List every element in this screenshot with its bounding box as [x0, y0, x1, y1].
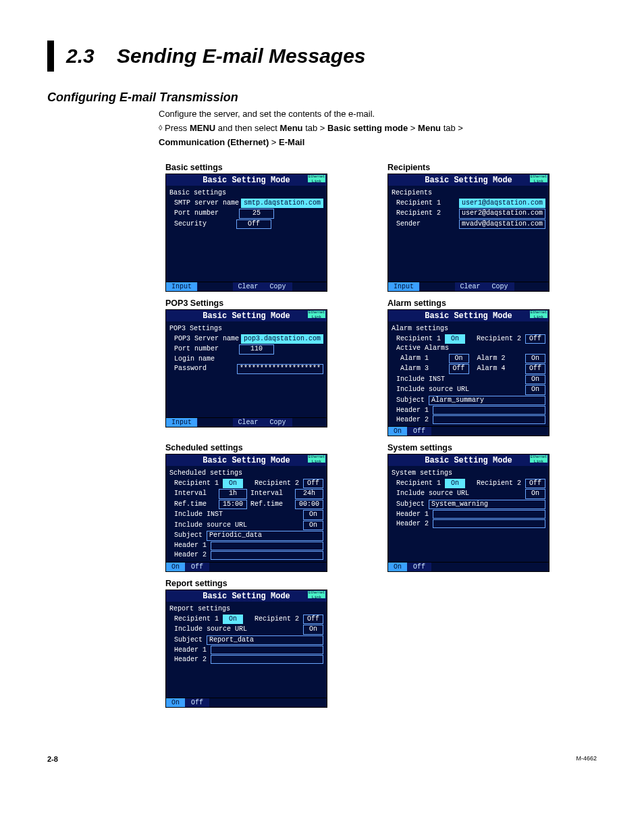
off-button[interactable]: Off	[186, 698, 209, 707]
field-label: Include source URL	[174, 625, 247, 634]
sched-include-inst-toggle[interactable]: On	[303, 510, 323, 520]
window-title: Basic Setting Mode	[203, 311, 290, 321]
panel-label-recipients: Recipients	[387, 163, 597, 172]
field-label: Ref.time	[250, 500, 283, 509]
field-label: Recipient 2	[477, 479, 521, 488]
report-header1-field[interactable]	[211, 646, 323, 654]
alarm-header1-field[interactable]	[433, 406, 545, 415]
field-label: Port number	[174, 345, 219, 354]
field-label: Header 1	[174, 542, 207, 550]
reftime1-field[interactable]: 15:00	[219, 500, 247, 510]
subheading: Configuring E-mail Transmission	[47, 90, 597, 105]
recipient2-field[interactable]: user2@daqstation.com	[459, 209, 545, 219]
clear-button[interactable]: Clear	[455, 282, 487, 291]
page-title: 2.3 Sending E-mail Messages	[66, 41, 366, 72]
interval2-field[interactable]: 24h	[295, 489, 323, 499]
nav-instruction-2: Communication (Ethernet) > E-Mail	[159, 136, 597, 150]
copy-button[interactable]: Copy	[487, 282, 514, 291]
nav-bsm: Basic setting mode	[327, 123, 408, 133]
field-label: Header 1	[396, 511, 429, 519]
clear-button[interactable]: Clear	[233, 282, 265, 291]
button-bar: Input Clear Copy	[166, 417, 327, 427]
button-bar: On Off	[166, 698, 327, 707]
include-url-toggle[interactable]: On	[525, 385, 545, 395]
port-field[interactable]: 25	[239, 209, 274, 219]
window-title: Basic Setting Mode	[425, 311, 512, 321]
sched-r1-toggle[interactable]: On	[223, 479, 243, 489]
recipient1-field[interactable]: user1@daqstation.com	[459, 199, 545, 209]
diamond-bullet-icon: ◊	[159, 122, 162, 134]
field-label: Subject	[396, 500, 425, 509]
system-include-url-toggle[interactable]: On	[525, 489, 545, 499]
screenshot-alarm: Basic Setting Mode Link Alarm settings R…	[387, 309, 549, 436]
include-inst-toggle[interactable]: On	[525, 375, 545, 385]
off-button[interactable]: Off	[186, 563, 209, 571]
window-titlebar: Basic Setting Mode Link	[166, 590, 327, 602]
window-title: Basic Setting Mode	[203, 176, 290, 185]
alarm-r1-toggle[interactable]: On	[445, 334, 465, 344]
copy-button[interactable]: Copy	[265, 418, 292, 427]
sched-r2-toggle[interactable]: Off	[303, 479, 323, 489]
input-button[interactable]: Input	[166, 282, 198, 291]
field-label: Interval	[250, 490, 283, 498]
alarm3-toggle[interactable]: Off	[449, 364, 469, 374]
nav-email: E-Mail	[279, 137, 304, 147]
section-header: 2.3 Sending E-mail Messages	[47, 41, 597, 72]
sched-header2-field[interactable]	[211, 551, 323, 560]
field-label: Header 1	[396, 407, 429, 415]
interval1-field[interactable]: 1h	[219, 489, 247, 499]
on-button[interactable]: On	[166, 563, 186, 571]
sched-header1-field[interactable]	[211, 542, 323, 550]
pop3-port-field[interactable]: 110	[239, 344, 274, 355]
system-subject-field[interactable]: System_warning	[429, 500, 545, 510]
nav-menu-tab: Menu	[280, 123, 303, 133]
field-label: Alarm 2	[477, 355, 506, 363]
report-header2-field[interactable]	[211, 655, 323, 664]
sched-subject-field[interactable]: Periodic_data	[207, 531, 323, 541]
alarm4-toggle[interactable]: Off	[525, 364, 545, 374]
screenshot-pop3: Basic Setting Mode Link POP3 Settings PO…	[165, 309, 327, 427]
pop3-password-field[interactable]: ********************	[237, 364, 323, 374]
report-r2-toggle[interactable]: Off	[303, 615, 323, 625]
field-label: Subject	[174, 531, 203, 540]
group-heading: Basic settings	[169, 189, 226, 198]
clear-button[interactable]: Clear	[233, 418, 265, 427]
nav-instruction: ◊ Press MENU and then select Menu tab > …	[159, 122, 597, 136]
screenshot-report: Basic Setting Mode Link Report settings …	[165, 590, 327, 708]
field-label: Recipient 2	[477, 335, 521, 344]
screenshot-recipients: Basic Setting Mode Link Recipients Recip…	[387, 174, 549, 292]
input-button[interactable]: Input	[388, 282, 420, 291]
smtp-server-field[interactable]: smtp.daqstation.com	[241, 199, 323, 209]
system-r1-toggle[interactable]: On	[445, 479, 465, 489]
reftime2-field[interactable]: 00:00	[295, 500, 323, 510]
alarm-r2-toggle[interactable]: Off	[525, 334, 545, 344]
off-button[interactable]: Off	[408, 563, 431, 571]
sched-include-url-toggle[interactable]: On	[303, 521, 323, 531]
report-r1-toggle[interactable]: On	[223, 615, 243, 625]
sender-field[interactable]: mvadv@daqstation.com	[459, 219, 545, 230]
on-button[interactable]: On	[166, 698, 186, 707]
alarm-header2-field[interactable]	[433, 415, 545, 424]
alarm1-toggle[interactable]: On	[449, 354, 469, 364]
on-button[interactable]: On	[388, 427, 408, 436]
system-header2-field[interactable]	[433, 519, 545, 528]
group-heading: Alarm settings	[392, 325, 448, 334]
system-header1-field[interactable]	[433, 510, 545, 519]
button-bar: Input Clear Copy	[388, 282, 549, 291]
alarm2-toggle[interactable]: On	[525, 354, 545, 364]
nav-text: and then select	[215, 123, 279, 133]
pop3-server-field[interactable]: pop3.daqstation.com	[241, 334, 323, 344]
field-label: POP3 Server name	[174, 335, 239, 344]
report-subject-field[interactable]: Report_data	[207, 635, 323, 646]
alarm-subject-field[interactable]: Alarm_summary	[429, 396, 545, 406]
page-number: 2-8	[47, 755, 58, 763]
field-label: Port number	[174, 209, 219, 218]
on-button[interactable]: On	[388, 563, 408, 571]
system-r2-toggle[interactable]: Off	[525, 479, 545, 489]
off-button[interactable]: Off	[408, 427, 431, 436]
report-include-url-toggle[interactable]: On	[303, 625, 323, 635]
copy-button[interactable]: Copy	[265, 282, 292, 291]
security-field[interactable]: Off	[236, 219, 271, 230]
field-label: Header 1	[174, 646, 207, 655]
input-button[interactable]: Input	[166, 418, 198, 427]
